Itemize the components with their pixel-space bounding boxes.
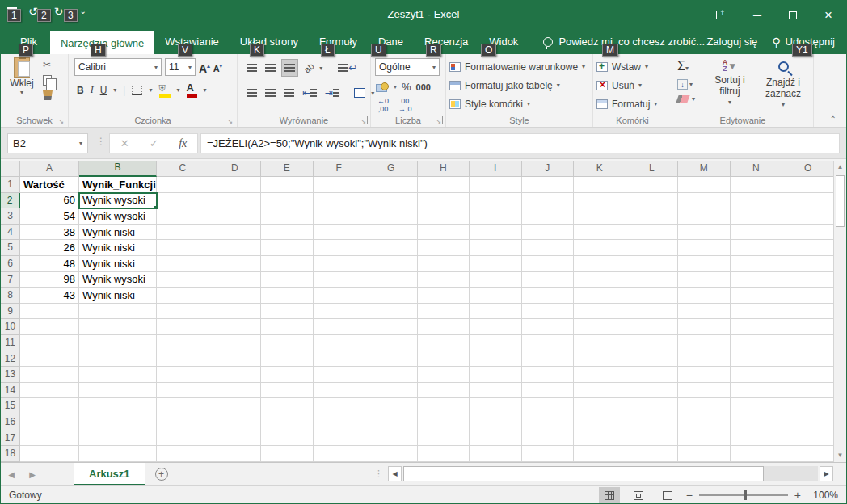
row-header-13[interactable]: 13 <box>1 367 20 383</box>
cell-J3[interactable] <box>522 208 575 225</box>
cell-G13[interactable] <box>365 367 418 383</box>
accounting-format-icon[interactable] <box>376 82 389 92</box>
cell-J6[interactable] <box>522 256 575 272</box>
cell-F16[interactable] <box>314 414 366 430</box>
column-header-J[interactable]: J <box>522 161 575 177</box>
cell-I1[interactable] <box>470 177 522 193</box>
cell-N7[interactable] <box>731 272 783 288</box>
cell-G5[interactable] <box>365 240 418 256</box>
cell-B6[interactable]: Wynik niski <box>79 256 157 272</box>
row-header-3[interactable]: 3 <box>1 208 20 225</box>
cell-B3[interactable]: Wynik wysoki <box>79 208 157 225</box>
comma-style-icon[interactable]: 000 <box>416 82 431 92</box>
minimize-icon[interactable]: ─ <box>740 1 775 29</box>
cell-J10[interactable] <box>522 319 575 335</box>
name-box-splitter[interactable]: ⋮ <box>96 136 107 147</box>
cell-A18[interactable] <box>20 446 79 462</box>
clear-icon[interactable]: ▾ <box>677 95 695 103</box>
cell-G14[interactable] <box>365 383 418 399</box>
add-sheet-button[interactable]: + <box>145 463 178 485</box>
cell-F18[interactable] <box>314 446 366 462</box>
cell-K2[interactable] <box>574 193 626 209</box>
cell-C10[interactable] <box>157 319 209 335</box>
cell-B15[interactable] <box>79 398 157 414</box>
cell-H15[interactable] <box>418 398 470 414</box>
horizontal-scroll-thumb[interactable] <box>403 466 764 481</box>
row-header-8[interactable]: 8 <box>1 288 20 304</box>
cell-I3[interactable] <box>470 208 522 225</box>
number-dialog-launcher-icon[interactable] <box>435 116 443 124</box>
cell-I15[interactable] <box>470 398 522 414</box>
column-header-K[interactable]: K <box>574 161 626 177</box>
grow-font-icon[interactable]: A▴ <box>199 61 210 74</box>
cell-O8[interactable] <box>782 288 835 304</box>
align-top-icon[interactable] <box>244 59 259 77</box>
cell-A17[interactable] <box>20 430 79 447</box>
column-header-E[interactable]: E <box>261 161 314 177</box>
decrease-decimal-icon[interactable]: 00→,0 <box>397 97 414 113</box>
cell-L7[interactable] <box>626 272 679 288</box>
cell-G9[interactable] <box>365 304 418 320</box>
column-header-O[interactable]: O <box>782 161 835 177</box>
cell-N11[interactable] <box>731 335 783 351</box>
cell-K7[interactable] <box>574 272 626 288</box>
cell-L3[interactable] <box>626 208 679 225</box>
cell-A5[interactable]: 26 <box>20 240 79 256</box>
cell-E16[interactable] <box>261 414 314 430</box>
column-header-F[interactable]: F <box>314 161 366 177</box>
percent-style-icon[interactable]: % <box>402 81 411 93</box>
scroll-down-icon[interactable]: ▼ <box>834 449 846 462</box>
cell-M16[interactable] <box>678 414 731 430</box>
cell-A10[interactable] <box>20 319 79 335</box>
cell-N16[interactable] <box>731 414 783 430</box>
cell-C15[interactable] <box>157 398 209 414</box>
cell-C18[interactable] <box>157 446 209 462</box>
cell-M13[interactable] <box>678 367 731 383</box>
paste-button[interactable]: Wklej ▾ <box>3 57 40 96</box>
cell-J7[interactable] <box>522 272 575 288</box>
cell-O6[interactable] <box>782 256 835 272</box>
format-as-table-button[interactable]: Formatuj jako tabelę▾ <box>446 76 592 94</box>
cell-M5[interactable] <box>678 240 731 256</box>
cell-K12[interactable] <box>574 351 626 368</box>
cell-K1[interactable] <box>574 177 626 193</box>
cell-O5[interactable] <box>782 240 835 256</box>
row-header-11[interactable]: 11 <box>1 335 20 351</box>
cell-O12[interactable] <box>782 351 835 368</box>
cell-K4[interactable] <box>574 225 626 241</box>
insert-function-icon[interactable]: fx <box>179 137 187 150</box>
cell-B1[interactable]: Wynik_Funkcji <box>79 177 157 193</box>
cell-K18[interactable] <box>574 446 626 462</box>
cell-O17[interactable] <box>782 430 835 447</box>
vertical-scrollbar[interactable]: ▲ ▼ <box>833 161 846 462</box>
cell-L9[interactable] <box>626 304 679 320</box>
cell-A7[interactable]: 98 <box>20 272 79 288</box>
fill-handle[interactable] <box>154 205 157 208</box>
cell-B9[interactable] <box>79 304 157 320</box>
format-cells-button[interactable]: Formatuj▾ <box>593 94 672 113</box>
cell-K11[interactable] <box>574 335 626 351</box>
column-header-C[interactable]: C <box>157 161 209 177</box>
cell-H3[interactable] <box>418 208 470 225</box>
cell-A11[interactable] <box>20 335 79 351</box>
cell-J16[interactable] <box>522 414 575 430</box>
cell-B4[interactable]: Wynik niski <box>79 225 157 241</box>
cell-A6[interactable]: 48 <box>20 256 79 272</box>
cell-A15[interactable] <box>20 398 79 414</box>
cell-F5[interactable] <box>314 240 366 256</box>
cell-D5[interactable] <box>209 240 262 256</box>
tab-układ-strony[interactable]: Układ strony <box>230 29 309 54</box>
copy-icon[interactable]: ▾ <box>43 75 57 86</box>
cell-C2[interactable] <box>157 193 209 209</box>
align-center-icon[interactable] <box>263 84 278 102</box>
zoom-in-icon[interactable]: + <box>794 489 801 502</box>
cell-J18[interactable] <box>522 446 575 462</box>
cell-F1[interactable] <box>314 177 366 193</box>
cell-D6[interactable] <box>209 256 262 272</box>
select-all-corner[interactable] <box>1 161 20 177</box>
align-middle-icon[interactable] <box>263 59 278 77</box>
row-header-18[interactable]: 18 <box>1 446 20 462</box>
column-header-M[interactable]: M <box>678 161 731 177</box>
cell-F13[interactable] <box>314 367 366 383</box>
zoom-track[interactable] <box>699 494 788 496</box>
